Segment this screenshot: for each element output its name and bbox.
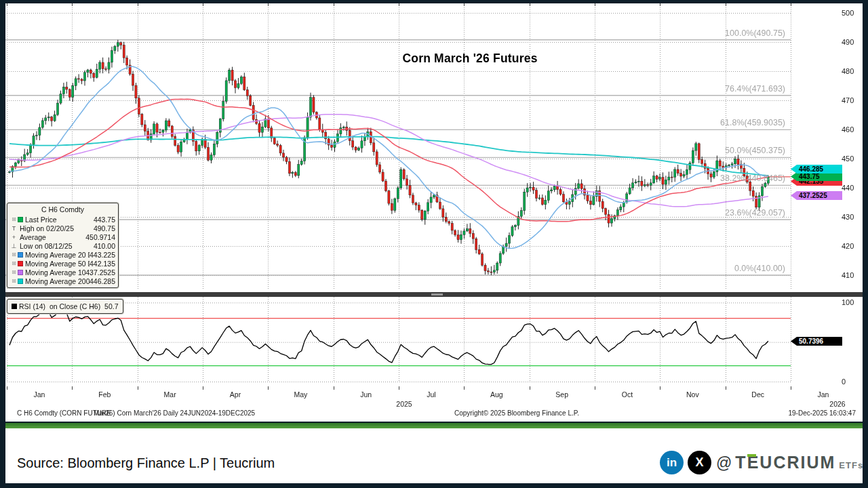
price-legend[interactable]: C H6 Comdty ⊞Last Price443.75THigh on 02… xyxy=(7,203,119,288)
legend-row: ⊞Moving Average 20 Day443.225 xyxy=(10,250,115,259)
month-axis-label: Mar xyxy=(155,390,185,399)
price-axis-tick: 500 xyxy=(842,9,854,17)
legend-value: 443.75 xyxy=(94,216,115,224)
legend-label: Moving Average 50 Day xyxy=(25,260,90,268)
rsi-axis-tick: 100 xyxy=(842,298,854,306)
legend-marker-icon: T xyxy=(10,225,18,232)
fib-level-label: 100.0%(490.75) xyxy=(670,28,785,38)
price-axis-tick: 430 xyxy=(842,213,854,221)
legend-marker-icon: ⊞ xyxy=(10,260,18,266)
post-card: Corn March '26 Futures 50049048047046045… xyxy=(0,0,868,488)
price-legend-rows: ⊞Last Price443.75THigh on 02/20/25490.75… xyxy=(10,215,115,285)
legend-row: +Average450.9714 xyxy=(10,232,115,241)
legend-row: ⊞Moving Average 200 Day446.285 xyxy=(10,277,115,285)
month-axis-label: May xyxy=(285,390,315,399)
legend-value: 443.225 xyxy=(90,251,115,259)
price-axis-tick: 410 xyxy=(842,271,854,279)
rsi-legend-label: RSI (14) on Close (C H6) 50.7396 xyxy=(19,302,119,310)
legend-marker-icon: ⊞ xyxy=(10,278,18,284)
legend-value: 437.2525 xyxy=(85,268,115,277)
price-tag: 446.285 xyxy=(791,165,842,174)
month-axis-label: Nov xyxy=(677,390,707,399)
year-axis-label: 2026 xyxy=(823,400,852,408)
legend-value: 450.9714 xyxy=(85,233,115,241)
legend-label: Last Price xyxy=(25,216,94,224)
legend-value: 446.285 xyxy=(90,277,115,285)
legend-marker-icon: ⊞ xyxy=(10,251,18,258)
status-timestamp: 19-Dec-2025 16:03:47 xyxy=(788,409,856,417)
fib-level-label: 38.2%(440.8465) xyxy=(670,174,785,183)
legend-marker-icon: + xyxy=(10,234,18,241)
rsi-value-tag: 50.7396 xyxy=(791,337,842,346)
price-axis-tick: 450 xyxy=(842,155,854,163)
month-axis-label: Apr xyxy=(220,390,250,399)
price-axis-tick: 420 xyxy=(842,242,854,250)
price-axis-tick: 460 xyxy=(842,125,854,134)
month-axis-label: Aug xyxy=(481,390,511,399)
legend-color-swatch xyxy=(18,252,23,258)
status-copyright: Copyright© 2025 Bloomberg Finance L.P. xyxy=(454,409,579,417)
month-axis-label: Jan xyxy=(24,390,54,399)
fib-level-label: 0.0%(410.00) xyxy=(670,264,785,273)
legend-color-swatch xyxy=(18,217,23,222)
month-axis-label: Sep xyxy=(547,390,577,399)
status-description: Mar26) Corn March'26 Daily 24JUN2024-19D… xyxy=(94,409,255,417)
chart-title: Corn March '26 Futures xyxy=(334,52,606,66)
source-attribution: Source: Bloomberg Finance L.P | Teucrium xyxy=(17,455,275,471)
panel-divider-handle[interactable] xyxy=(431,293,443,296)
legend-value: 410.00 xyxy=(94,242,115,250)
legend-label: Average xyxy=(20,233,85,241)
price-axis-tick: 470 xyxy=(842,96,854,104)
price-axis-tick: 490 xyxy=(842,38,854,46)
legend-marker-icon: ⊞ xyxy=(10,269,18,275)
legend-label: High on 02/20/25 xyxy=(20,224,94,232)
fib-level-label: 23.6%(429.057) xyxy=(670,208,785,218)
price-axis-tick: 480 xyxy=(842,67,854,75)
legend-row: ⊞Moving Average 100 Day437.2525 xyxy=(10,268,115,277)
footer: Source: Bloomberg Finance L.P | Teucrium… xyxy=(5,428,863,483)
price-axis-tick: 440 xyxy=(842,184,854,192)
legend-row: ⊞Moving Average 50 Day442.135 xyxy=(10,259,115,268)
legend-label: Moving Average 20 Day xyxy=(25,251,90,259)
month-axis-label: Feb xyxy=(90,390,119,399)
rsi-legend[interactable]: RSI (14) on Close (C H6) 50.7396 xyxy=(7,299,123,314)
legend-label: Moving Average 200 Day xyxy=(25,277,90,285)
legend-color-swatch xyxy=(18,279,23,284)
legend-color-swatch xyxy=(18,270,23,275)
month-axis-label: Dec xyxy=(743,390,773,399)
month-axis-label: Jun xyxy=(351,390,381,399)
x-twitter-icon[interactable]: X xyxy=(688,451,711,474)
month-axis-label: Oct xyxy=(612,390,642,399)
teucrium-name: TEUCRIUM xyxy=(735,453,835,472)
legend-row: ⊞Last Price443.75 xyxy=(10,215,115,224)
rsi-swatch-icon xyxy=(12,304,17,309)
price-tag: 437.2525 xyxy=(791,191,842,200)
legend-value: 490.75 xyxy=(94,224,115,232)
price-legend-title: C H6 Comdty xyxy=(10,205,115,215)
at-symbol: @ xyxy=(716,454,732,472)
fib-level-label: 76.4%(471.693) xyxy=(670,84,785,94)
legend-label: Low on 08/12/25 xyxy=(20,242,94,250)
fib-level-label: 61.8%(459.9035) xyxy=(670,118,785,127)
month-axis-label: Jul xyxy=(416,390,446,399)
legend-row: ⊥Low on 08/12/25410.00 xyxy=(10,241,115,250)
rsi-axis-tick: 0 xyxy=(842,378,846,386)
legend-color-swatch xyxy=(18,261,23,266)
green-divider xyxy=(5,423,863,428)
teucrium-green-accent xyxy=(747,454,756,457)
linkedin-icon[interactable]: in xyxy=(660,451,684,474)
legend-label: Moving Average 100 Day xyxy=(25,268,85,277)
month-axis-label: Jan xyxy=(808,390,838,399)
bloomberg-chart: Corn March '26 Futures 50049048047046045… xyxy=(5,3,863,422)
panel-divider[interactable] xyxy=(5,292,863,297)
legend-marker-icon: ⊥ xyxy=(10,243,18,249)
fib-level-label: 50.0%(450.375) xyxy=(670,146,785,155)
etfs-label: ETFs xyxy=(839,460,863,470)
legend-value: 442.135 xyxy=(90,260,115,268)
teucrium-wordmark: @ TEUCRIUM ETFs xyxy=(716,453,863,472)
year-axis-label: 2025 xyxy=(389,400,419,408)
legend-row: THigh on 02/20/25490.75 xyxy=(10,224,115,232)
legend-marker-icon: ⊞ xyxy=(10,216,18,222)
